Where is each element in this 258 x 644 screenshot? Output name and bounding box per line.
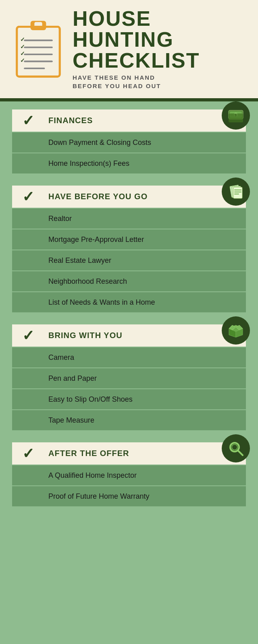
svg-rect-22: [233, 187, 242, 198]
list-item: Mortgage Pre-Approval Letter: [12, 229, 246, 250]
after-offer-checkmark: ✓: [22, 445, 34, 462]
section-finances: ✓ FINANCES $ Down Payment & Closing Cost…: [12, 109, 246, 173]
list-item: Neighborhood Research: [12, 271, 246, 291]
have-before-badge: [222, 178, 250, 206]
list-item: Tape Measure: [12, 410, 246, 430]
after-offer-header: ✓ AFTER THE OFFER: [12, 442, 246, 464]
bring-checkmark-box: ✓: [12, 324, 44, 347]
list-item: Camera: [12, 347, 246, 367]
section-bring: ✓ BRING WITH YOU Camera Pen and Paper Ea…: [12, 324, 246, 430]
list-item: Real Estate Lawyer: [12, 250, 246, 270]
list-item: Pen and Paper: [12, 368, 246, 388]
clipboard-icon: ✓ ✓ ✓ ✓: [12, 19, 64, 79]
finances-title: FINANCES: [44, 110, 246, 131]
header-subtitle: HAVE THESE ON HANDBEFORE YOU HEAD OUT: [73, 73, 246, 90]
section-after-offer: ✓ AFTER THE OFFER A Qualified Home Inspe…: [12, 442, 246, 506]
have-before-header: ✓ HAVE BEFORE YOU GO: [12, 186, 246, 208]
bring-checkmark: ✓: [22, 327, 34, 344]
header-title: HOUSE HUNTING CHECKLIST: [73, 8, 246, 71]
bring-header: ✓ BRING WITH YOU: [12, 324, 246, 347]
after-offer-badge: [222, 434, 250, 462]
bring-badge: [222, 316, 250, 345]
header-text: HOUSE HUNTING CHECKLIST HAVE THESE ON HA…: [73, 8, 246, 90]
list-item: A Qualified Home Inspector: [12, 465, 246, 485]
list-item: Realtor: [12, 208, 246, 229]
finances-checkmark: ✓: [22, 112, 34, 129]
svg-text:✓: ✓: [20, 37, 25, 43]
finances-badge: $: [222, 101, 250, 130]
bring-title: BRING WITH YOU: [44, 325, 246, 346]
svg-point-33: [232, 444, 237, 450]
section-have-before: ✓ HAVE BEFORE YOU GO Realtor Mortgage Pr…: [12, 186, 246, 312]
list-item: Easy to Slip On/Off Shoes: [12, 389, 246, 409]
svg-text:✓: ✓: [20, 51, 25, 57]
have-before-checkmark: ✓: [22, 188, 34, 205]
svg-text:✓: ✓: [20, 58, 25, 64]
list-item: Proof of Future Home Warranty: [12, 486, 246, 506]
have-before-checkmark-box: ✓: [12, 186, 44, 208]
finances-header: ✓ FINANCES $: [12, 109, 246, 132]
list-item: Home Inspection(s) Fees: [12, 153, 246, 173]
main-content: ✓ FINANCES $ Down Payment & Closing Cost…: [0, 101, 258, 530]
after-offer-title: AFTER THE OFFER: [44, 443, 246, 464]
have-before-title: HAVE BEFORE YOU GO: [44, 186, 246, 207]
svg-text:✓: ✓: [20, 44, 25, 50]
svg-rect-19: [229, 114, 243, 122]
after-offer-checkmark-box: ✓: [12, 442, 44, 464]
page-header: ✓ ✓ ✓ ✓ HOUSE HUNTING CHECKLIST HAVE THE…: [0, 0, 258, 101]
svg-line-32: [238, 450, 243, 455]
list-item: Down Payment & Closing Costs: [12, 132, 246, 153]
finances-checkmark-box: ✓: [12, 109, 44, 132]
list-item: List of Needs & Wants in a Home: [12, 292, 246, 312]
